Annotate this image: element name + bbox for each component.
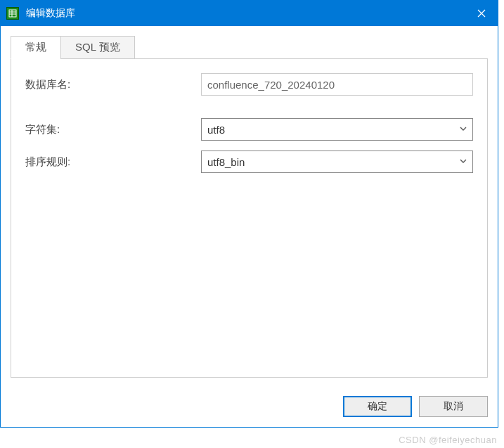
row-charset: 字符集: utf8 xyxy=(25,118,473,141)
tab-panel-general: 数据库名: 字符集: utf8 xyxy=(11,58,488,378)
select-charset-value: utf8 xyxy=(207,124,225,136)
row-collation: 排序规则: utf8_bin xyxy=(25,151,473,173)
ok-button[interactable]: 确定 xyxy=(343,396,412,417)
watermark-text: CSDN @feifeiyechuan xyxy=(399,435,497,445)
app-icon xyxy=(6,7,19,20)
window-title: 编辑数据库 xyxy=(26,7,465,20)
select-charset[interactable]: utf8 xyxy=(201,118,473,141)
tab-general[interactable]: 常规 xyxy=(11,36,61,59)
input-db-name[interactable] xyxy=(201,73,473,96)
dialog-window: 编辑数据库 常规 SQL 预览 数据库名: 字符集: utf8 xyxy=(0,0,498,428)
content-area: 常规 SQL 预览 数据库名: 字符集: utf8 xyxy=(1,26,498,388)
svg-rect-0 xyxy=(9,10,16,17)
tab-sql-preview[interactable]: SQL 预览 xyxy=(60,36,135,59)
select-collation-value: utf8_bin xyxy=(207,156,245,168)
titlebar: 编辑数据库 xyxy=(1,1,498,26)
select-collation[interactable]: utf8_bin xyxy=(201,151,473,173)
cancel-button[interactable]: 取消 xyxy=(419,396,488,417)
tab-bar: 常规 SQL 预览 xyxy=(11,36,488,59)
dialog-footer: 确定 取消 xyxy=(1,388,498,427)
row-db-name: 数据库名: xyxy=(25,73,473,96)
label-db-name: 数据库名: xyxy=(25,78,201,91)
label-collation: 排序规则: xyxy=(25,155,201,169)
label-charset: 字符集: xyxy=(25,123,201,136)
close-button[interactable] xyxy=(465,1,498,26)
